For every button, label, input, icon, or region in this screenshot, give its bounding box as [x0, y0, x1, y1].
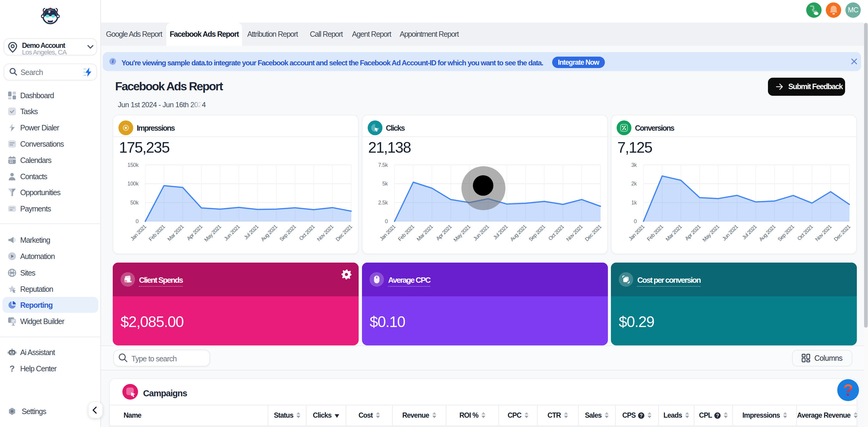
svg-text:50k: 50k: [130, 200, 139, 206]
svg-text:2k: 2k: [631, 181, 637, 187]
svg-text:Aug 2021: Aug 2021: [259, 224, 278, 242]
svg-text:Feb 2021: Feb 2021: [147, 224, 166, 242]
svg-text:Apr 2021: Apr 2021: [435, 224, 453, 242]
svg-text:Apr 2021: Apr 2021: [684, 224, 702, 242]
svg-text:5k: 5k: [382, 181, 388, 187]
svg-text:Jun 2021: Jun 2021: [472, 224, 490, 242]
svg-text:Dec 2021: Dec 2021: [584, 224, 602, 242]
svg-text:Oct 2021: Oct 2021: [298, 224, 316, 242]
svg-text:2.5k: 2.5k: [378, 200, 388, 206]
svg-text:Sep 2021: Sep 2021: [527, 224, 546, 242]
svg-text:May 2021: May 2021: [452, 224, 471, 243]
svg-text:Feb 2021: Feb 2021: [397, 224, 415, 242]
svg-text:0: 0: [634, 218, 637, 224]
svg-text:Jan 2021: Jan 2021: [378, 224, 396, 242]
svg-text:Nov 2021: Nov 2021: [814, 224, 833, 242]
svg-text:Sep 2021: Sep 2021: [777, 224, 795, 242]
svg-text:May 2021: May 2021: [203, 224, 222, 243]
svg-text:Sep 2021: Sep 2021: [278, 224, 297, 242]
svg-text:Jun 2021: Jun 2021: [223, 224, 241, 242]
svg-text:Jul 2021: Jul 2021: [741, 224, 758, 240]
svg-text:May 2021: May 2021: [701, 224, 721, 243]
svg-text:150k: 150k: [127, 162, 139, 168]
svg-text:1k: 1k: [631, 200, 637, 206]
svg-text:Jun 2021: Jun 2021: [721, 224, 739, 242]
svg-text:100k: 100k: [127, 181, 139, 187]
svg-text:Mar 2021: Mar 2021: [415, 224, 434, 242]
svg-text:Dec 2021: Dec 2021: [833, 224, 851, 242]
svg-text:Aug 2021: Aug 2021: [509, 224, 527, 242]
svg-text:Nov 2021: Nov 2021: [565, 224, 584, 242]
svg-text:Apr 2021: Apr 2021: [186, 224, 204, 242]
svg-text:Feb 2021: Feb 2021: [646, 224, 664, 242]
svg-text:Aug 2021: Aug 2021: [758, 224, 777, 242]
svg-text:Jul 2021: Jul 2021: [492, 224, 509, 240]
svg-text:3k: 3k: [631, 162, 637, 168]
svg-text:Jan 2021: Jan 2021: [627, 224, 646, 242]
svg-text:0: 0: [135, 218, 138, 224]
svg-text:Oct 2021: Oct 2021: [547, 224, 565, 242]
svg-text:Oct 2021: Oct 2021: [796, 224, 814, 242]
svg-text:Nov 2021: Nov 2021: [316, 224, 335, 242]
svg-text:Jul 2021: Jul 2021: [243, 224, 259, 240]
svg-text:0: 0: [385, 218, 388, 224]
svg-text:Mar 2021: Mar 2021: [664, 224, 683, 242]
svg-text:Dec 2021: Dec 2021: [335, 224, 353, 242]
svg-text:7.5k: 7.5k: [378, 162, 388, 168]
svg-text:Jan 2021: Jan 2021: [129, 224, 147, 242]
svg-text:Mar 2021: Mar 2021: [166, 224, 185, 242]
